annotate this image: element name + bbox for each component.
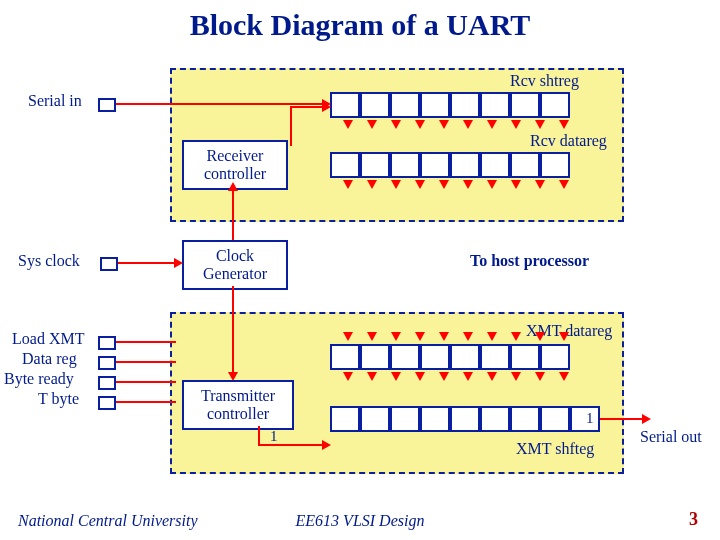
tx-ctrl-v: [258, 426, 260, 446]
tx-ctrl-h: [258, 444, 326, 446]
load-one: 1: [270, 428, 278, 445]
sys-clock-label: Sys clock: [18, 252, 80, 270]
rcv-shtreg-label: Rcv shtreg: [510, 72, 579, 90]
xmt-shfteg-label: XMT shfteg: [516, 440, 594, 458]
byte-ready-label: Byte ready: [4, 370, 74, 388]
t-byte-label: T byte: [38, 390, 79, 408]
footer-right: 3: [689, 509, 698, 530]
xmt-down-arrows: [336, 372, 576, 381]
sys-clock-pad: [100, 257, 118, 271]
rcv-down-arrows: [336, 120, 576, 129]
rcv-shift-register: [330, 92, 570, 118]
serial-out-label: Serial out: [640, 428, 702, 446]
serial-in-label: Serial in: [28, 92, 82, 110]
stop-bit-one: 1: [586, 410, 594, 427]
data-reg-pad: [98, 356, 116, 370]
host-to-xmt-arrows: [336, 332, 576, 341]
serial-in-wire: [116, 103, 326, 105]
rx-ctrl-h: [290, 106, 326, 108]
to-host-label: To host processor: [470, 252, 589, 270]
serial-out-wire: [600, 418, 646, 420]
data-reg-label: Data reg: [22, 350, 77, 368]
t-byte-pad: [98, 396, 116, 410]
clock-generator-block: Clock Generator: [182, 240, 288, 290]
footer-center: EE613 VLSI Design: [0, 512, 720, 530]
rx-ctrl-v: [290, 106, 292, 146]
load-xmt-label: Load XMT: [12, 330, 84, 348]
rcv-data-register: [330, 152, 570, 178]
transmitter-controller-block: Transmitter controller: [182, 380, 294, 430]
load-xmt-pad: [98, 336, 116, 350]
xmt-data-register: [330, 344, 570, 370]
serial-in-pad: [98, 98, 116, 112]
rcv-to-host-arrows: [336, 180, 576, 189]
rcv-datareg-label: Rcv datareg: [530, 132, 607, 150]
clk-to-rx-wire: [232, 188, 234, 240]
clk-to-tx-wire: [232, 286, 234, 376]
xmt-shift-register: [330, 406, 600, 432]
byte-ready-pad: [98, 376, 116, 390]
sys-clock-wire: [118, 262, 178, 264]
page-title: Block Diagram of a UART: [0, 0, 720, 42]
diagram-stage: Rcv shtreg Rcv datareg Receiver controll…: [0, 50, 720, 490]
